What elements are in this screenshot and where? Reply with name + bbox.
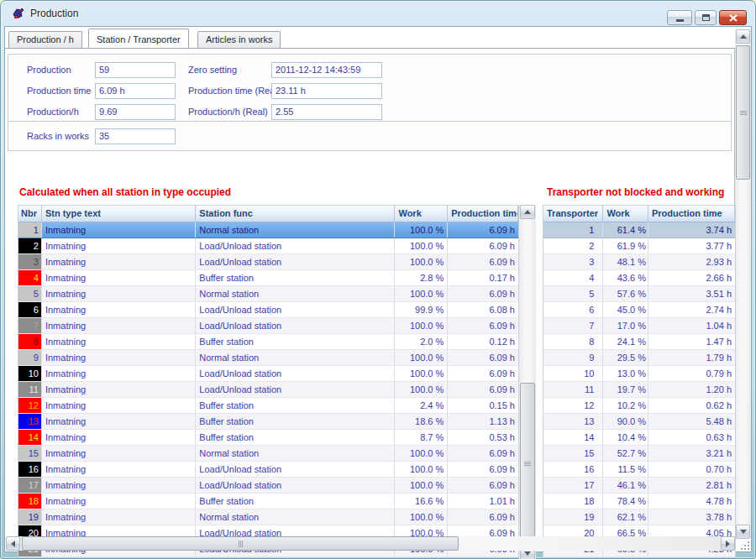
- station-func-cell: Normal station: [196, 446, 395, 461]
- station-time-cell: 6.09 h: [448, 350, 518, 365]
- column-header-station-func[interactable]: Station func: [196, 206, 395, 222]
- transporter-table-header: Transporter Work Production time: [543, 206, 735, 222]
- station-row[interactable]: 4InmatningBuffer station2.8 %0.17 h: [18, 270, 518, 286]
- station-row[interactable]: 9InmatningNormal station100.0 %6.09 h: [18, 350, 518, 366]
- transporter-work-cell: 46.1 %: [603, 478, 648, 493]
- transporter-row[interactable]: 1611.5 %0.70 h: [543, 462, 735, 478]
- station-time-cell: 6.09 h: [448, 286, 518, 301]
- scroll-left-button[interactable]: [6, 536, 20, 551]
- station-row[interactable]: 10InmatningLoad/Unload station100.0 %6.0…: [18, 366, 518, 382]
- scroll-up-button[interactable]: [520, 205, 535, 219]
- production-time-label: Production time: [27, 83, 91, 99]
- station-row[interactable]: 17InmatningLoad/Unload station100.0 %6.0…: [18, 478, 518, 494]
- transporter-row[interactable]: 161.4 %3.74 h: [543, 222, 735, 238]
- transporter-row[interactable]: 1119.7 %1.20 h: [543, 382, 735, 398]
- horizontal-scrollbar[interactable]: [6, 536, 735, 551]
- tab-production-h[interactable]: Production / h: [8, 31, 82, 48]
- transporter-row[interactable]: 1390.0 %5.48 h: [543, 414, 735, 430]
- transporter-nbr-cell: 17: [543, 478, 603, 493]
- close-button[interactable]: [719, 10, 747, 25]
- scroll-right-button[interactable]: [721, 536, 735, 551]
- station-row[interactable]: 2InmatningLoad/Unload station100.0 %6.09…: [18, 238, 518, 254]
- scrollbar-thumb[interactable]: [736, 45, 750, 180]
- transporter-row[interactable]: 1013.0 %0.79 h: [543, 366, 735, 382]
- production-time-field[interactable]: 6.09 h: [95, 83, 176, 99]
- station-nbr-cell: 9: [18, 350, 42, 365]
- zero-setting-field[interactable]: 2011-12-12 14:43:59: [271, 62, 382, 78]
- transporter-row[interactable]: 1210.2 %0.62 h: [543, 398, 735, 414]
- station-row[interactable]: 13InmatningBuffer station18.6 %1.13 h: [18, 414, 518, 430]
- transporter-nbr-cell: 1: [543, 222, 603, 238]
- production-per-h-field[interactable]: 9.69: [95, 104, 176, 120]
- scroll-down-button[interactable]: [736, 525, 750, 539]
- column-header-stn-type[interactable]: Stn type text: [42, 206, 196, 222]
- station-row[interactable]: 19InmatningNormal station100.0 %6.09 h: [18, 509, 518, 525]
- racks-in-works-field[interactable]: 35: [95, 128, 176, 144]
- production-time-real-label: Production time (Real): [188, 83, 280, 99]
- transporter-row[interactable]: 1962.1 %3.78 h: [543, 509, 735, 525]
- transporter-row[interactable]: 1746.1 %2.81 h: [543, 478, 735, 494]
- transporter-time-cell: 0.63 h: [648, 430, 735, 445]
- production-window: Production Production / h Station / Tran…: [0, 0, 756, 559]
- station-row[interactable]: 3InmatningLoad/Unload station100.0 %6.09…: [18, 254, 518, 270]
- station-work-cell: 2.0 %: [395, 334, 448, 349]
- station-row[interactable]: 1InmatningNormal station100.0 %6.09 h: [18, 222, 518, 238]
- station-row[interactable]: 12InmatningBuffer station2.4 %0.15 h: [18, 398, 518, 414]
- scrollbar-thumb[interactable]: [22, 536, 459, 551]
- transporter-row[interactable]: 824.1 %1.47 h: [543, 334, 735, 350]
- column-header-work[interactable]: Work: [395, 206, 448, 222]
- station-type-cell: Inmatning: [42, 366, 196, 381]
- station-time-cell: 6.09 h: [448, 462, 518, 477]
- production-field[interactable]: 59: [95, 62, 176, 78]
- transporter-row[interactable]: 348.1 %2.93 h: [543, 254, 735, 270]
- main-vertical-scrollbar[interactable]: [735, 29, 751, 539]
- transporter-row[interactable]: 1878.4 %4.78 h: [543, 494, 735, 509]
- station-type-cell: Inmatning: [42, 302, 196, 317]
- transporter-row[interactable]: 443.6 %2.66 h: [543, 270, 735, 286]
- column-header-production-time[interactable]: Production time: [448, 206, 518, 222]
- production-per-h-real-field[interactable]: 2.55: [271, 104, 382, 120]
- column-header-nbr[interactable]: Nbr: [18, 206, 42, 222]
- thumb-grip-icon: [524, 463, 531, 464]
- station-work-cell: 2.4 %: [395, 398, 448, 413]
- transporter-time-cell: 0.79 h: [648, 366, 735, 381]
- minimize-button[interactable]: [667, 10, 692, 25]
- transporter-work-cell: 52.7 %: [603, 446, 648, 461]
- resize-grip[interactable]: [739, 540, 749, 550]
- tab-articles-in-works[interactable]: Articles in works: [197, 31, 281, 48]
- station-row[interactable]: 8InmatningBuffer station2.0 %0.12 h: [18, 334, 518, 350]
- transporter-time-cell: 0.70 h: [648, 462, 735, 477]
- column-header-transporter[interactable]: Transporter: [543, 206, 603, 222]
- transporter-row[interactable]: 1410.4 %0.63 h: [543, 430, 735, 446]
- transporter-row[interactable]: 557.6 %3.51 h: [543, 286, 735, 302]
- scroll-up-icon: [740, 34, 747, 39]
- station-row[interactable]: 14InmatningBuffer station8.7 %0.53 h: [18, 430, 518, 446]
- station-row[interactable]: 18InmatningBuffer station16.6 %1.01 h: [18, 494, 518, 509]
- transporter-row[interactable]: 717.0 %1.04 h: [543, 318, 735, 334]
- station-nbr-cell: 6: [18, 302, 42, 317]
- station-row[interactable]: 7InmatningLoad/Unload station100.0 %6.09…: [18, 318, 518, 334]
- tab-station-transporter[interactable]: Station / Transporter: [88, 29, 189, 48]
- scroll-up-button[interactable]: [736, 29, 750, 44]
- station-func-cell: Normal station: [196, 222, 395, 238]
- production-time-real-field[interactable]: 23.11 h: [271, 83, 382, 99]
- station-nbr-cell: 5: [18, 286, 42, 301]
- station-row[interactable]: 15InmatningNormal station100.0 %6.09 h: [18, 446, 518, 462]
- transporter-time-cell: 2.66 h: [648, 270, 735, 285]
- station-type-cell: Inmatning: [42, 222, 196, 238]
- scrollbar-thumb[interactable]: [520, 383, 535, 544]
- transporter-row[interactable]: 1552.7 %3.21 h: [543, 446, 735, 462]
- column-header-production-time[interactable]: Production time: [648, 206, 735, 222]
- maximize-button[interactable]: [695, 10, 717, 25]
- column-header-work[interactable]: Work: [603, 206, 648, 222]
- transporter-row[interactable]: 929.5 %1.79 h: [543, 350, 735, 366]
- title-bar[interactable]: Production: [1, 1, 755, 26]
- station-type-cell: Inmatning: [42, 334, 196, 349]
- station-table-scrollbar[interactable]: [519, 205, 536, 559]
- station-row[interactable]: 11InmatningLoad/Unload station100.0 %6.0…: [18, 382, 518, 398]
- station-row[interactable]: 16InmatningLoad/Unload station100.0 %6.0…: [18, 462, 518, 478]
- station-row[interactable]: 6InmatningLoad/Unload station99.9 %6.08 …: [18, 302, 518, 318]
- transporter-row[interactable]: 645.0 %2.74 h: [543, 302, 735, 318]
- transporter-row[interactable]: 261.9 %3.77 h: [543, 238, 735, 254]
- station-row[interactable]: 5InmatningNormal station100.0 %6.09 h: [18, 286, 518, 302]
